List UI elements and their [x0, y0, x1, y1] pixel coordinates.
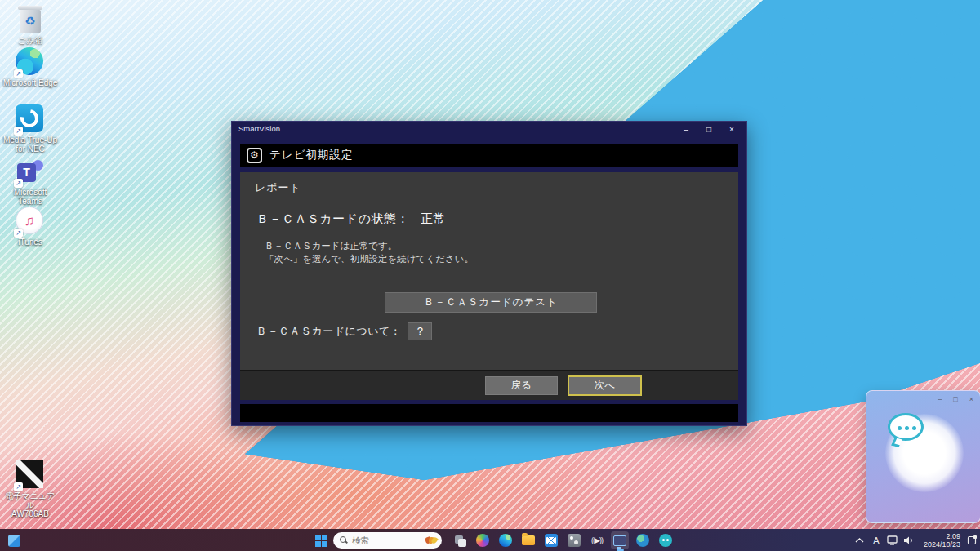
section-title: レポート — [255, 180, 301, 195]
search-input[interactable] — [352, 535, 409, 545]
dialog-title: テレビ初期設定 — [270, 148, 353, 162]
dialog-footer: 戻る 次へ — [240, 370, 738, 400]
media-true-up-icon: ↗ — [16, 104, 45, 134]
globe-icon — [636, 534, 649, 547]
teams-icon: T ↗ — [16, 157, 45, 186]
edge-taskbar-button[interactable] — [497, 531, 514, 549]
clock[interactable]: 2:09 2024/10/23 — [924, 532, 960, 549]
folder-icon — [522, 535, 535, 545]
desktop-icon-label: Media True-Up — [2, 136, 59, 144]
dialog-header: ⚙ テレビ初期設定 — [240, 144, 738, 167]
smartvision-window: SmartVision – □ × ⚙ テレビ初期設定 レポート Ｂ－ＣＡＳカー… — [231, 121, 747, 426]
desktop-icon-label: iTunes — [2, 238, 59, 247]
widgets-icon — [8, 535, 20, 547]
app-navi-icon — [568, 534, 581, 547]
minimize-button[interactable]: – — [675, 122, 697, 137]
bcas-status-value: 正常 — [421, 211, 446, 225]
shortcut-arrow-icon: ↗ — [14, 69, 23, 78]
desktop-icon-label-line2: for NEC — [2, 144, 59, 153]
seasonal-leaves-icon — [427, 537, 437, 544]
edge-icon — [499, 534, 512, 547]
bot-icon — [659, 534, 672, 547]
lavie-wiz-button[interactable] — [634, 531, 652, 549]
back-button[interactable]: 戻る — [485, 376, 558, 395]
file-explorer-button[interactable] — [519, 531, 537, 549]
desktop-icon-recycle-bin[interactable]: ♻ ごみ箱 — [2, 5, 59, 45]
start-button[interactable] — [312, 531, 330, 549]
bcas-help-button[interactable]: ? — [408, 322, 432, 340]
chat-bubble-icon[interactable] — [888, 413, 924, 441]
network-button[interactable] — [884, 529, 901, 551]
recycle-bin-icon: ♻ — [16, 5, 45, 34]
smartvision-tv-icon — [613, 535, 626, 546]
widget-close-button[interactable]: × — [969, 394, 973, 404]
edge-icon: ↗ — [16, 47, 45, 77]
app-navi-button[interactable] — [565, 531, 583, 549]
widget-minimize-button[interactable]: – — [938, 394, 942, 404]
system-tray: A 2:09 2024/10/23 — [852, 529, 980, 551]
desktop-icon-label: 電子マニュアル — [2, 491, 59, 509]
clock-time: 2:09 — [924, 532, 960, 540]
next-button[interactable]: 次へ — [568, 375, 642, 396]
shortcut-arrow-icon: ↗ — [14, 229, 23, 238]
shortcut-arrow-icon: ↗ — [14, 127, 23, 136]
itunes-icon: ♫↗ — [16, 207, 45, 236]
tray-overflow-button[interactable] — [852, 529, 868, 551]
desktop-icon-itunes[interactable]: ♫↗ iTunes — [2, 207, 59, 247]
shortcut-arrow-icon: ↗ — [14, 179, 23, 188]
window-title: SmartVision — [238, 124, 280, 133]
manual-icon: ↗ — [16, 460, 45, 490]
bcas-status-line: Ｂ－ＣＡＳカードの状態：正常 — [256, 211, 446, 227]
taskbar: ((▶)) A — [0, 529, 980, 551]
status-strip — [240, 404, 738, 422]
volume-button[interactable] — [901, 529, 917, 551]
assistant-button[interactable] — [657, 531, 675, 549]
copilot-icon — [476, 534, 489, 547]
smartvision-taskbar-button[interactable] — [611, 531, 629, 549]
desktop-icon-label: ごみ箱 — [2, 36, 59, 45]
gear-icon: ⚙ — [247, 148, 262, 163]
widgets-button[interactable] — [5, 531, 23, 549]
notification-icon — [967, 535, 978, 545]
dialog-content: レポート Ｂ－ＣＡＳカードの状態：正常 Ｂ－ＣＡＳカードは正常です。 「次へ」を… — [240, 172, 738, 370]
ime-indicator[interactable]: A — [868, 529, 884, 551]
widget-maximize-button[interactable]: □ — [953, 394, 957, 404]
desktop-icon-teams[interactable]: T ↗ Microsoft Teams — [2, 157, 59, 206]
bcas-about-label: Ｂ－ＣＡＳカードについて： — [256, 324, 401, 339]
chevron-up-icon — [855, 537, 864, 544]
mail-button[interactable] — [542, 531, 560, 549]
clock-date: 2024/10/23 — [924, 540, 960, 549]
desktop-icon-label: Microsoft Edge — [2, 78, 59, 87]
desktop-icon-manual[interactable]: ↗ 電子マニュアル AW706AB — [2, 460, 59, 518]
broadcast-button[interactable]: ((▶)) — [588, 531, 606, 549]
task-view-button[interactable] — [451, 531, 469, 549]
copilot-button[interactable] — [474, 531, 492, 549]
bcas-message-line2: 「次へ」を選んで、初期設定を続けてください。 — [265, 253, 474, 265]
speaker-icon — [903, 535, 914, 545]
desktop-icon-label-line2: AW706AB — [2, 509, 59, 518]
network-icon — [887, 535, 898, 545]
maximize-button[interactable]: □ — [697, 122, 720, 137]
close-button[interactable]: × — [720, 122, 743, 137]
bcas-about-row: Ｂ－ＣＡＳカードについて： ? — [256, 322, 432, 340]
task-view-icon — [453, 534, 466, 547]
broadcast-icon: ((▶)) — [591, 536, 603, 544]
bcas-status-label: Ｂ－ＣＡＳカードの状態： — [256, 211, 409, 225]
desktop: ♻ ごみ箱 ↗ Microsoft Edge ↗ Media True-Up f… — [0, 0, 980, 551]
bcas-test-button[interactable]: Ｂ－ＣＡＳカードのテスト — [385, 292, 597, 313]
desktop-icon-media-true-up[interactable]: ↗ Media True-Up for NEC — [2, 104, 59, 153]
desktop-icon-label: Microsoft Teams — [2, 188, 59, 206]
mail-icon — [545, 534, 558, 547]
notification-center-button[interactable] — [964, 529, 980, 551]
titlebar[interactable]: SmartVision – □ × — [232, 122, 746, 138]
shortcut-arrow-icon: ↗ — [14, 482, 23, 491]
search-icon — [340, 536, 348, 544]
bcas-message-line1: Ｂ－ＣＡＳカードは正常です。 — [265, 240, 397, 252]
desktop-icon-edge[interactable]: ↗ Microsoft Edge — [2, 47, 59, 87]
windows-logo-icon — [315, 535, 327, 547]
assistant-widget-window: – □ × — [866, 390, 980, 523]
taskbar-search[interactable] — [333, 532, 442, 549]
